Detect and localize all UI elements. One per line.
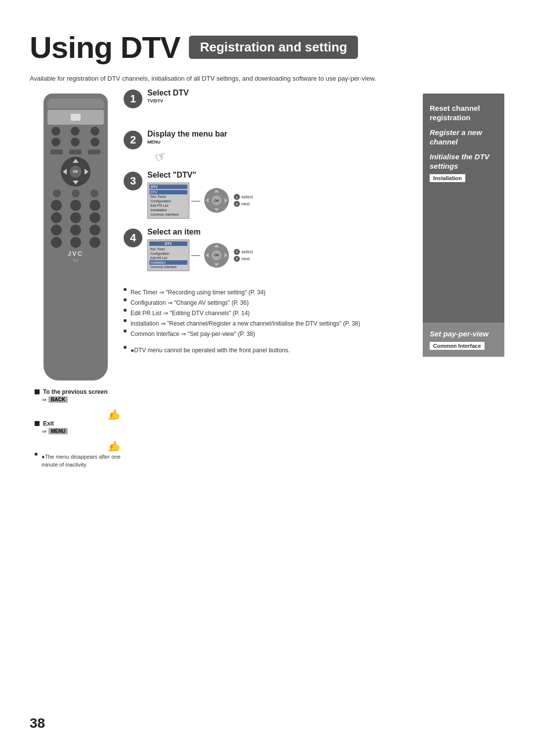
nav-back-header: To the previous screen <box>35 388 121 395</box>
bottom-notes: ●DTV menu cannot be operated with the fr… <box>124 346 414 357</box>
extra-note: ●DTV menu cannot be operated with the fr… <box>124 346 414 355</box>
remote-brand: JVC <box>47 250 104 257</box>
note-5: Common Interface ⇒ "Set pay-per-view" (P… <box>124 330 414 338</box>
note-3-text: Edit PR List ⇒ "Editing DTV channels" (P… <box>131 309 250 318</box>
note-5-dot <box>124 330 127 332</box>
subtitle-text: Available for registration of DTV channe… <box>30 74 504 84</box>
step-4-title: Select an item <box>147 228 414 236</box>
sidebar-item-initialise: Initialise the DTV settings Installation <box>430 152 497 182</box>
remote-control: OK <box>30 94 121 471</box>
nav-back: To the previous screen ⇒ BACK 🤙 <box>35 388 121 416</box>
sidebar-item-reset: Reset channel registration <box>430 103 497 123</box>
note-3-dot <box>124 309 127 312</box>
nav-exit-square <box>35 421 40 426</box>
remote-dpad-center: OK <box>70 166 82 178</box>
step-2: 2 Display the menu bar MENU ☞ <box>124 130 414 162</box>
note-1: Rec Timer ⇒ "Recording using timer setti… <box>124 288 414 297</box>
note-1-dot <box>124 288 127 291</box>
step-3-dpad: OK 1 select <box>202 188 253 213</box>
sidebar-bottom: Set pay-per-view Common Interface <box>423 323 504 357</box>
menu-note-dot <box>35 453 38 456</box>
step-3: 3 Select "DTV" DTV DTV Rec Timer Configu… <box>124 171 414 219</box>
extra-note-text: ●DTV menu cannot be operated with the fr… <box>131 346 290 355</box>
step-3-number: 3 <box>124 172 142 190</box>
step-3-screen: DTV DTV Rec Timer Configuration Edit PR … <box>147 183 189 219</box>
note-5-text: Common Interface ⇒ "Set pay-per-view" (P… <box>131 330 255 338</box>
steps-area: 1 Select DTV TV/DTV ☞ 2 Display t <box>124 89 414 357</box>
remote-body: OK <box>44 94 108 380</box>
step-3-content: Select "DTV" DTV DTV Rec Timer Configura… <box>147 171 414 219</box>
note-2-dot <box>124 298 127 301</box>
menu-note: ●The menu disappears after one minute of… <box>35 453 121 469</box>
note-4-dot <box>124 319 127 322</box>
step-4: 4 Select an item DTV Rec Timer Configura… <box>124 228 414 271</box>
notes-section: Rec Timer ⇒ "Recording using timer setti… <box>124 288 414 340</box>
menu-note-content: ●The menu disappears after one minute of… <box>42 453 121 469</box>
sidebar-register-text: Register a new channel <box>430 128 497 147</box>
step-1-number: 1 <box>124 90 142 108</box>
step-3-connector: — <box>191 195 200 206</box>
sidebar-reset-text: Reset channel registration <box>430 103 497 123</box>
menu-note-text: ●The menu disappears after one minute of… <box>35 453 121 469</box>
step-3-interactive: DTV DTV Rec Timer Configuration Edit PR … <box>147 183 414 219</box>
sidebar-installation-badge: Installation <box>430 174 465 182</box>
left-section: OK <box>30 94 414 357</box>
nav-back-label: To the previous screen <box>43 388 107 395</box>
page-number: 38 <box>30 715 45 731</box>
step-1-subtitle: TV/DTV <box>147 98 414 103</box>
step-2-title: Display the menu bar <box>147 130 414 139</box>
note-2-text: Configuration ⇒ "Change AV settings" (P.… <box>131 298 249 307</box>
note-1-text: Rec Timer ⇒ "Recording using timer setti… <box>131 288 266 297</box>
page-container: Using DTV Registration and setting Avail… <box>0 0 534 756</box>
note-4-text: Installation ⇒ "Reset channel/Register a… <box>131 319 360 328</box>
page-title-badge: Registration and setting <box>189 36 358 59</box>
page-header: Using DTV Registration and setting <box>30 30 504 65</box>
step-4-labels: 1 select 2 next <box>234 249 253 262</box>
step-4-screen: DTV Rec Timer Configuration Edit PR List… <box>147 239 189 271</box>
page-title-main: Using DTV <box>30 30 180 65</box>
right-sidebar: Reset channel registration Register a ne… <box>423 94 504 357</box>
sidebar-top: Reset channel registration Register a ne… <box>423 94 504 323</box>
step-1-title: Select DTV <box>147 89 414 97</box>
nav-exit-header: Exit <box>35 420 121 427</box>
remote-brand-sub: TV <box>47 258 104 263</box>
main-layout: OK <box>30 94 504 357</box>
sidebar-ci-badge: Common Interface <box>430 342 485 350</box>
step-4-dpad: OK 1 select <box>202 243 253 268</box>
step-4-interactive: DTV Rec Timer Configuration Edit PR List… <box>147 239 414 271</box>
extra-note-dot <box>124 346 127 349</box>
step-3-title: Select "DTV" <box>147 171 414 180</box>
step-4-content: Select an item DTV Rec Timer Configurati… <box>147 228 414 271</box>
step-2-subtitle: MENU <box>147 140 414 144</box>
sidebar-set-pay-text: Set pay-per-view <box>430 330 497 338</box>
step-4-number: 4 <box>124 229 142 247</box>
nav-exit-label: Exit <box>43 420 54 427</box>
nav-exit: Exit ⇒ MENU 🤙 <box>35 420 121 448</box>
sidebar-initialise-text: Initialise the DTV settings <box>430 152 497 171</box>
note-3: Edit PR List ⇒ "Editing DTV channels" (P… <box>124 309 414 318</box>
nav-back-square <box>35 389 40 394</box>
step-4-connector: — <box>191 250 200 260</box>
remote-dpad: OK <box>61 157 90 187</box>
sidebar-item-register: Register a new channel <box>430 128 497 147</box>
step-2-content: Display the menu bar MENU ☞ <box>147 130 414 162</box>
note-4: Installation ⇒ "Reset channel/Register a… <box>124 319 414 328</box>
step-3-labels: 1 select 2 next <box>234 194 253 207</box>
step-2-number: 2 <box>124 131 142 149</box>
nav-notes: To the previous screen ⇒ BACK 🤙 <box>35 388 121 469</box>
note-2: Configuration ⇒ "Change AV settings" (P.… <box>124 298 414 307</box>
